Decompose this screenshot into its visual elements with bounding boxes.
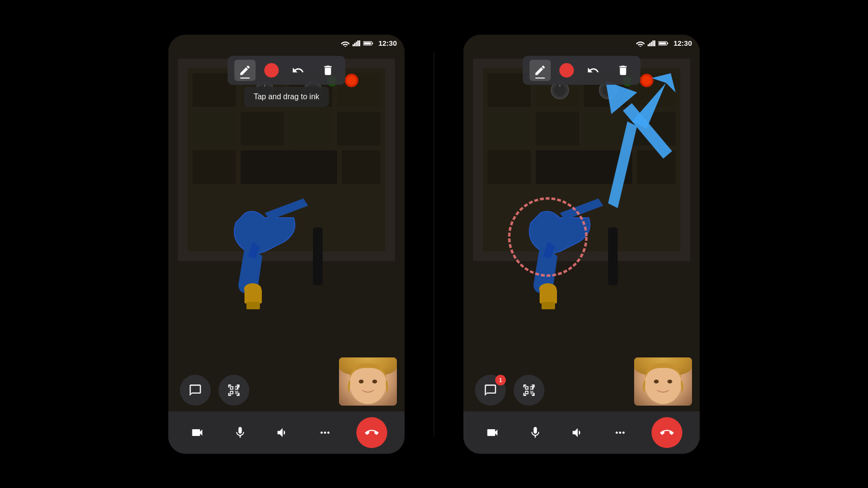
svg-rect-30	[357, 40, 359, 46]
svg-rect-10	[337, 112, 380, 145]
svg-rect-34	[364, 42, 371, 44]
right-toolbar	[523, 56, 640, 85]
svg-rect-46	[536, 112, 579, 145]
svg-rect-33	[372, 42, 373, 44]
right-speaker-button[interactable]	[566, 421, 589, 444]
svg-rect-51	[637, 150, 676, 184]
right-delete-button[interactable]	[612, 60, 634, 81]
left-speaker-button[interactable]	[271, 421, 294, 444]
svg-rect-72	[651, 41, 652, 46]
right-wifi-icon	[636, 40, 645, 47]
left-undo-icon	[292, 64, 304, 77]
right-color-picker[interactable]	[559, 63, 574, 78]
left-wifi-icon	[341, 40, 350, 47]
left-end-call-button[interactable]	[356, 417, 387, 448]
right-status-icons: 12:30	[636, 39, 692, 47]
left-status-icons: 12:30	[341, 39, 397, 47]
svg-rect-26	[246, 302, 260, 309]
right-phone: 12:30	[463, 35, 700, 454]
svg-rect-25	[244, 289, 262, 303]
left-toolbar	[228, 56, 345, 85]
left-battery-icon	[363, 40, 374, 46]
left-fab-area	[168, 375, 405, 406]
left-pen-button[interactable]	[234, 60, 256, 81]
svg-marker-74	[654, 40, 655, 46]
left-ar-button[interactable]	[218, 375, 249, 406]
left-mic-icon	[233, 426, 247, 439]
right-mic-button[interactable]	[524, 421, 547, 444]
left-status-bar: 12:30	[168, 35, 405, 52]
left-video-icon	[190, 426, 204, 439]
right-mic-icon	[529, 426, 542, 439]
svg-rect-76	[667, 42, 668, 44]
right-status-bar: 12:30	[463, 35, 700, 52]
left-end-call-icon	[365, 426, 379, 439]
right-ar-button[interactable]	[514, 375, 544, 406]
right-signal-icon	[648, 40, 655, 47]
svg-rect-64	[542, 302, 555, 309]
svg-rect-77	[659, 42, 666, 44]
left-color-picker[interactable]	[264, 63, 279, 78]
left-bottom-bar	[168, 411, 405, 454]
svg-rect-47	[584, 112, 627, 145]
right-speaker-icon	[571, 426, 584, 439]
svg-rect-61	[608, 227, 618, 285]
right-bottom-bar	[463, 411, 700, 454]
left-mic-button[interactable]	[229, 421, 252, 444]
left-tooltip: Tap and drag to ink	[244, 87, 329, 107]
svg-rect-71	[649, 43, 651, 46]
right-battery-icon	[658, 40, 669, 46]
svg-rect-63	[540, 289, 557, 303]
left-delete-icon	[322, 64, 334, 77]
svg-point-53	[642, 76, 651, 85]
svg-rect-45	[488, 112, 531, 145]
right-ar-icon	[522, 383, 536, 397]
right-more-icon	[613, 426, 627, 439]
left-signal-icon	[353, 40, 360, 47]
right-undo-button[interactable]	[583, 60, 604, 81]
left-time: 12:30	[379, 39, 397, 47]
right-delete-icon	[617, 64, 629, 77]
svg-rect-73	[652, 40, 654, 46]
svg-rect-7	[192, 112, 236, 145]
svg-rect-28	[354, 43, 355, 46]
svg-rect-23	[313, 227, 323, 285]
left-more-button[interactable]	[313, 421, 337, 444]
left-delete-button[interactable]	[317, 60, 339, 81]
left-chat-button[interactable]	[180, 375, 211, 406]
right-end-call-icon	[660, 426, 674, 439]
left-pen-icon	[239, 64, 251, 77]
left-ar-icon	[227, 383, 241, 397]
right-video-button[interactable]	[481, 421, 504, 444]
right-notification-badge: 1	[495, 375, 506, 385]
svg-rect-9	[289, 112, 332, 145]
right-end-call-button[interactable]	[651, 417, 682, 448]
right-undo-icon	[587, 64, 599, 77]
svg-rect-27	[353, 44, 354, 46]
right-more-button[interactable]	[609, 421, 632, 444]
right-time: 12:30	[674, 39, 692, 47]
left-chat-icon	[189, 383, 202, 397]
left-video-button[interactable]	[186, 421, 209, 444]
left-phone: 12:30 Tap and drag to ink	[168, 35, 405, 454]
svg-rect-70	[648, 44, 649, 46]
svg-rect-29	[355, 41, 357, 46]
phone-separator	[434, 52, 434, 437]
right-chat-icon	[484, 383, 497, 397]
svg-point-15	[347, 76, 356, 85]
svg-marker-31	[359, 40, 360, 46]
right-pen-icon	[534, 64, 546, 77]
svg-rect-49	[488, 150, 531, 184]
left-more-icon	[318, 426, 332, 439]
right-fab-area: 1	[463, 375, 700, 406]
svg-rect-12	[241, 150, 337, 184]
svg-rect-13	[342, 150, 380, 184]
right-chat-button[interactable]: 1	[475, 375, 506, 406]
left-undo-button[interactable]	[287, 60, 309, 81]
svg-rect-11	[192, 150, 236, 184]
svg-rect-8	[241, 112, 284, 145]
left-speaker-icon	[276, 426, 289, 439]
right-pen-button[interactable]	[529, 60, 551, 81]
right-video-icon	[486, 426, 499, 439]
